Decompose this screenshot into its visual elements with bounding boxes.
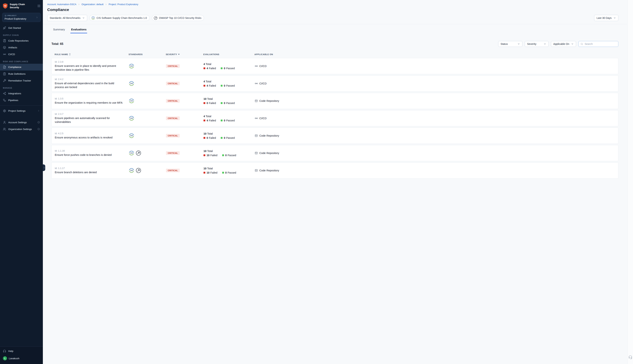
eval-total-label: Total — [206, 115, 211, 118]
eval-total-label: Total — [206, 80, 211, 83]
failed-indicator — [204, 85, 205, 86]
standards-dropdown[interactable]: Standards: All Benchmarks — [47, 15, 87, 21]
sidebar: Supply Chain Security PROJECT Product Ex… — [0, 0, 43, 182]
severity-badge: CRITICAL — [166, 99, 180, 103]
failed-indicator — [204, 120, 205, 122]
passed-indicator — [222, 154, 224, 156]
tab-summary[interactable]: Summary — [52, 26, 66, 33]
severity-cell: CRITICAL — [166, 99, 204, 103]
severity-badge: CRITICAL — [166, 82, 180, 85]
severity-badge: CRITICAL — [166, 64, 180, 68]
rules-table-body: Id: 2.3.8 Ensure scanners are in place t… — [52, 58, 316, 178]
page-title: Compliance — [47, 8, 316, 12]
eval-failed: 4 Failed — [204, 67, 216, 70]
applicable-on-label: Code Repository — [259, 152, 279, 154]
breadcrumb-project-link[interactable]: Project: Product Exploratory — [108, 3, 138, 6]
table-row[interactable]: Id: 1.3.5 Ensure the organization is req… — [52, 93, 316, 109]
rule-name: Ensure branch deletions are denied — [55, 170, 122, 174]
table-row[interactable]: Id: 2.4.2 Ensure all external dependenci… — [52, 76, 316, 92]
failed-indicator — [204, 102, 205, 104]
project-icon — [4, 15, 6, 17]
tabs: Summary Evaluations — [43, 26, 316, 33]
cicd-icon — [254, 117, 258, 120]
sidebar-item-organization-settings[interactable]: Organization Settings — [0, 126, 43, 132]
owasp-logo-icon — [136, 150, 141, 156]
eval-passed-count: 0 — [224, 119, 225, 122]
code-repository-icon — [254, 152, 258, 155]
failed-indicator — [204, 154, 205, 156]
table-row[interactable]: Id: 2.3.7 Ensure pipelines are automatic… — [52, 110, 316, 126]
project-selector[interactable]: PROJECT Product Exploratory — [2, 13, 41, 22]
sidebar-item-cicd[interactable]: CI/CD — [0, 51, 43, 58]
severity-cell: CRITICAL — [166, 134, 204, 138]
svg-text:CIS: CIS — [130, 170, 133, 172]
passed-indicator — [221, 137, 222, 139]
cis-benchmark-chip[interactable]: CIS CIS Software Supply Chain Benchmarks… — [90, 15, 150, 21]
eval-failed-label: Failed — [209, 67, 216, 70]
eval-failed-label: Failed — [209, 119, 216, 122]
sidebar-item-label: Pipelines — [8, 99, 18, 102]
apps-grid-icon[interactable] — [38, 4, 40, 7]
svg-text:CIS: CIS — [130, 82, 133, 84]
table-row[interactable]: Id: 1.1.17 Ensure branch deletions are d… — [52, 162, 316, 178]
eval-total-count: 4 — [204, 115, 205, 118]
rule-name-cell: Id: 2.3.8 Ensure scanners are in place t… — [55, 60, 129, 72]
table-row[interactable]: Id: 2.3.8 Ensure scanners are in place t… — [52, 58, 316, 74]
sidebar-item-rule-definitions[interactable]: Rule Definitions — [0, 70, 43, 77]
owasp-logo-icon — [136, 168, 141, 173]
owasp-logo-icon — [154, 16, 158, 20]
sidebar-item-compliance[interactable]: Compliance — [0, 64, 43, 70]
tab-evaluations[interactable]: Evaluations — [70, 26, 87, 33]
column-rule-name[interactable]: RULE NAME — [54, 53, 128, 56]
column-severity[interactable]: SEVERITY — [166, 53, 203, 56]
sidebar-item-pipelines[interactable]: Pipelines — [0, 97, 43, 104]
sidebar-item-label: Rule Definitions — [8, 72, 26, 75]
eval-failed: 10 Failed — [204, 154, 218, 157]
account-settings-icon — [3, 121, 6, 124]
applicable-on-label: Code Repository — [259, 100, 279, 102]
rule-id: Id: 1.1.16 — [55, 150, 129, 152]
eval-failed-label: Failed — [209, 84, 216, 87]
svg-text:CIS: CIS — [130, 100, 133, 102]
sidebar-item-label: Get Started — [8, 26, 21, 29]
severity-badge: CRITICAL — [166, 134, 180, 138]
breadcrumb-organization-link[interactable]: Organization: default — [82, 3, 104, 6]
column-standards: STANDARDS — [128, 53, 166, 56]
sidebar-item-code-repositories[interactable]: Code Repositories — [0, 37, 43, 44]
project-name: Product Exploratory — [4, 18, 36, 20]
sidebar-item-remediation-tracker[interactable]: Remediation Tracker — [0, 77, 43, 84]
rule-name: Ensure anonymous access to artifacts is … — [55, 136, 122, 140]
owasp-chip[interactable]: OWASP Top 10 CI/CD Security Risks — [152, 15, 204, 21]
sidebar-collapse-button[interactable] — [43, 164, 45, 171]
sidebar-item-artifacts[interactable]: Artifacts — [0, 44, 43, 51]
table-row[interactable]: Id: 1.1.16 Ensure force pushes code to b… — [52, 145, 316, 161]
chevron-right-icon — [37, 110, 40, 112]
sidebar-item-get-started[interactable]: Get Started — [0, 24, 43, 31]
sidebar-item-project-settings[interactable]: Project Settings — [0, 108, 43, 114]
rule-name-cell: Id: 1.1.16 Ensure force pushes code to b… — [55, 150, 129, 157]
rule-id: Id: 2.3.8 — [55, 60, 129, 63]
severity-badge: CRITICAL — [166, 169, 180, 172]
sidebar-item-integrations[interactable]: Integrations — [0, 90, 43, 97]
evaluations-panel: Total: 65 Status Severity Applicable On — [43, 33, 316, 182]
standards-cell: CIS — [129, 133, 166, 138]
sort-icon — [69, 53, 71, 56]
sidebar-item-label: Project Settings — [8, 110, 26, 112]
sidebar-item-account-settings[interactable]: Account Settings — [0, 119, 43, 126]
cis-chip-label: CIS Software Supply Chain Benchmarks 1.0 — [96, 16, 147, 20]
svg-text:CIS: CIS — [92, 18, 94, 18]
project-settings-icon — [3, 109, 6, 112]
chevron-down-icon — [82, 17, 85, 19]
cis-logo-icon: CIS — [129, 133, 134, 138]
standards-cell: CIS — [129, 150, 166, 156]
eval-failed-label: Failed — [209, 136, 216, 139]
toolbar: Standards: All Benchmarks CIS CIS Softwa… — [47, 15, 316, 21]
evaluations-cell: 10 Total 0 Failed 0 Passed — [204, 98, 254, 104]
rule-name: Ensure scanners are in place to identify… — [55, 64, 122, 72]
sidebar-nav: Get Started SUPPLY CHAIN Code Repositori… — [0, 24, 43, 132]
breadcrumb-account-link[interactable]: Account: Automation-SSCA — [47, 3, 76, 6]
rule-name-cell: Id: 1.3.5 Ensure the organization is req… — [55, 97, 129, 105]
table-row[interactable]: Id: 4.2.5 Ensure anonymous access to art… — [52, 128, 316, 144]
info-icon — [37, 128, 40, 130]
breadcrumb: Account: Automation-SSCA Organization: d… — [47, 3, 316, 6]
